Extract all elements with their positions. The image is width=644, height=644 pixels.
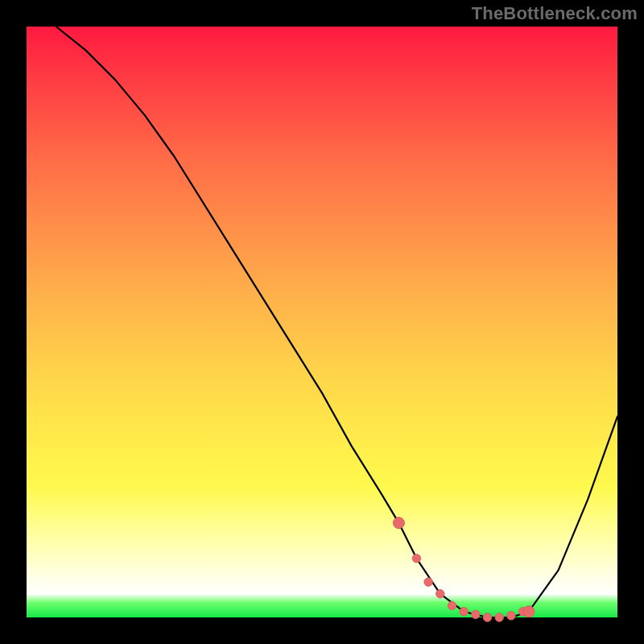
marker-point xyxy=(424,578,432,586)
chart-frame: TheBottleneck.com xyxy=(0,0,644,644)
marker-point xyxy=(472,610,480,618)
marker-point xyxy=(495,613,503,621)
marker-point xyxy=(507,612,515,620)
plot-area xyxy=(27,27,617,617)
highlight-markers xyxy=(393,518,535,622)
marker-point xyxy=(523,606,535,617)
marker-point xyxy=(448,601,456,609)
marker-point xyxy=(460,608,468,616)
watermark-text: TheBottleneck.com xyxy=(472,3,638,24)
marker-point xyxy=(436,589,444,597)
marker-point xyxy=(412,554,420,562)
bottleneck-curve xyxy=(56,27,617,617)
chart-svg xyxy=(27,27,617,617)
marker-point xyxy=(393,518,404,529)
marker-point xyxy=(483,613,491,621)
